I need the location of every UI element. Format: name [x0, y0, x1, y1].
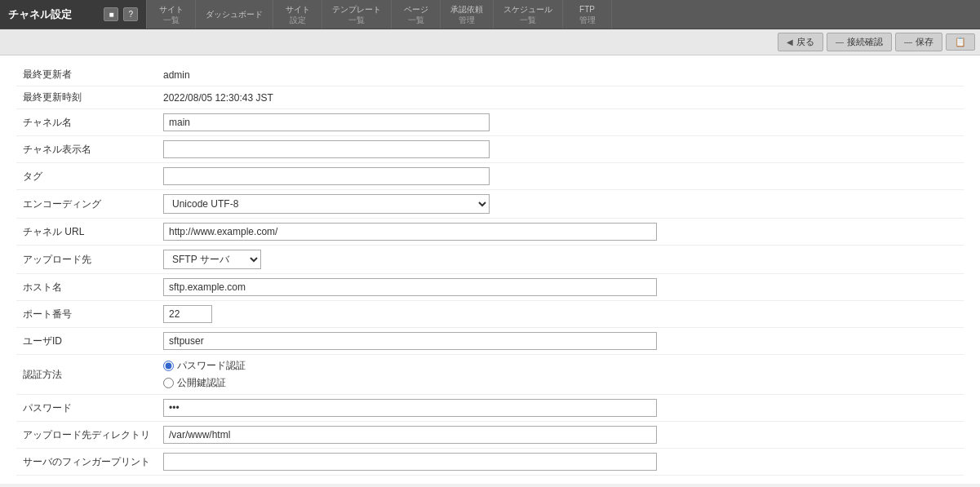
channel-url-input[interactable]	[163, 223, 657, 241]
last-updated-value: 2022/08/05 12:30:43 JST	[163, 92, 273, 104]
nav-site-list[interactable]: サイト 一覧	[147, 0, 196, 29]
nav-site-settings-label: サイト	[286, 4, 310, 15]
fingerprint-label: サーバのフィンガープリント	[16, 449, 157, 476]
nav-page-list-sub: 一覧	[408, 15, 424, 25]
minimize-button[interactable]: ■	[104, 7, 118, 21]
auth-pubkey-option[interactable]: 公開鍵認証	[163, 376, 957, 390]
hostname-label: ホスト名	[16, 274, 157, 301]
save-label: 保存	[916, 36, 933, 48]
channel-display-name-input[interactable]	[163, 140, 490, 158]
nav-ftp-manage[interactable]: FTP 管理	[563, 0, 612, 29]
last-editor-label: 最終更新者	[16, 64, 157, 86]
main-content: 最終更新者 admin 最終更新時刻 2022/08/05 12:30:43 J…	[0, 55, 980, 484]
channel-display-name-label: チャネル表示名	[16, 136, 157, 163]
channel-url-row: チャネル URL	[16, 219, 964, 246]
channel-display-name-row: チャネル表示名	[16, 136, 964, 163]
settings-form: 最終更新者 admin 最終更新時刻 2022/08/05 12:30:43 J…	[16, 64, 964, 476]
port-row: ポート番号	[16, 301, 964, 328]
upload-dest-row: アップロード先 SFTP サーバ FTP サーバ ローカル	[16, 246, 964, 274]
last-updated-label: 最終更新時刻	[16, 86, 157, 109]
nav-schedule-label: スケジュール	[503, 4, 552, 15]
upload-dir-row: アップロード先ディレクトリ	[16, 422, 964, 449]
nav-template-list-sub: 一覧	[348, 15, 365, 25]
auth-method-group: パスワード認証 公開鍵認証	[163, 359, 957, 390]
auth-password-radio[interactable]	[163, 361, 174, 371]
last-updated-row: 最終更新時刻 2022/08/05 12:30:43 JST	[16, 86, 964, 109]
upload-dest-label: アップロード先	[16, 246, 157, 274]
app-logo: チャネル設定 ■ ?	[0, 0, 147, 29]
userid-input[interactable]	[163, 332, 657, 350]
nav-site-list-sub: 一覧	[163, 15, 180, 25]
nav-schedule-sub: 一覧	[520, 15, 536, 25]
hostname-input[interactable]	[163, 278, 657, 296]
auth-method-row: 認証方法 パスワード認証 公開鍵認証	[16, 355, 964, 395]
channel-url-label: チャネル URL	[16, 219, 157, 246]
nav-site-list-label: サイト	[159, 4, 184, 15]
nav-approval-manage[interactable]: 承認依頼 管理	[441, 0, 494, 29]
extra-icon: 📋	[955, 37, 966, 47]
tag-input[interactable]	[163, 167, 490, 185]
nav-dashboard-label: ダッシュボード	[206, 9, 263, 20]
nav-ftp-label: FTP	[579, 4, 595, 15]
fingerprint-row: サーバのフィンガープリント	[16, 449, 964, 476]
save-button[interactable]: — 保存	[895, 33, 942, 51]
back-label: 戻る	[796, 36, 814, 48]
save-icon: —	[904, 38, 912, 46]
back-button[interactable]: ◀ 戻る	[778, 33, 823, 51]
nav-approval-sub: 管理	[459, 15, 475, 25]
auth-password-option[interactable]: パスワード認証	[163, 359, 957, 373]
encoding-select[interactable]: Unicode UTF-8 Shift-JIS EUC-JP ISO-2022-…	[163, 194, 490, 214]
extra-button[interactable]: 📋	[946, 33, 975, 51]
logo-icons: ■ ?	[104, 7, 138, 21]
app-title: チャネル設定	[8, 7, 72, 22]
password-input[interactable]	[163, 399, 657, 417]
help-button[interactable]: ?	[123, 7, 138, 21]
last-editor-row: 最終更新者 admin	[16, 64, 964, 86]
password-label: パスワード	[16, 395, 157, 422]
topbar: チャネル設定 ■ ? サイト 一覧 ダッシュボード サイト 設定 テンプレート …	[0, 0, 980, 29]
nav-site-settings-sub: 設定	[290, 15, 306, 25]
nav-page-list-label: ページ	[404, 4, 428, 15]
tag-label: タグ	[16, 163, 157, 190]
userid-label: ユーザID	[16, 328, 157, 355]
userid-row: ユーザID	[16, 328, 964, 355]
auth-method-label: 認証方法	[16, 355, 157, 395]
nav-schedule-list[interactable]: スケジュール 一覧	[494, 0, 563, 29]
auth-pubkey-label: 公開鍵認証	[177, 376, 226, 390]
nav-approval-label: 承認依頼	[450, 4, 483, 15]
nav-dashboard[interactable]: ダッシュボード	[196, 0, 273, 29]
channel-name-row: チャネル名	[16, 109, 964, 136]
port-input[interactable]	[163, 305, 212, 323]
fingerprint-input[interactable]	[163, 453, 657, 471]
password-row: パスワード	[16, 395, 964, 422]
last-editor-value: admin	[163, 69, 190, 81]
nav-bar: サイト 一覧 ダッシュボード サイト 設定 テンプレート 一覧 ページ 一覧 承…	[147, 0, 980, 29]
back-icon: ◀	[787, 38, 793, 46]
toolbar: ◀ 戻る — 接続確認 — 保存 📋	[0, 29, 980, 55]
channel-name-input[interactable]	[163, 113, 490, 131]
connection-check-icon: —	[836, 38, 844, 46]
nav-page-list[interactable]: ページ 一覧	[392, 0, 441, 29]
upload-dir-input[interactable]	[163, 426, 657, 444]
auth-password-label: パスワード認証	[177, 359, 246, 373]
nav-template-list[interactable]: テンプレート 一覧	[322, 0, 392, 29]
hostname-row: ホスト名	[16, 274, 964, 301]
tag-row: タグ	[16, 163, 964, 190]
nav-template-list-label: テンプレート	[332, 4, 381, 15]
encoding-row: エンコーディング Unicode UTF-8 Shift-JIS EUC-JP …	[16, 190, 964, 219]
upload-dir-label: アップロード先ディレクトリ	[16, 422, 157, 449]
connection-check-button[interactable]: — 接続確認	[827, 33, 892, 51]
encoding-label: エンコーディング	[16, 190, 157, 219]
nav-ftp-sub: 管理	[579, 15, 596, 25]
auth-pubkey-radio[interactable]	[163, 378, 174, 388]
connection-check-label: 接続確認	[847, 36, 883, 48]
upload-dest-select[interactable]: SFTP サーバ FTP サーバ ローカル	[163, 250, 261, 269]
channel-name-label: チャネル名	[16, 109, 157, 136]
nav-site-settings[interactable]: サイト 設定	[273, 0, 322, 29]
port-label: ポート番号	[16, 301, 157, 328]
